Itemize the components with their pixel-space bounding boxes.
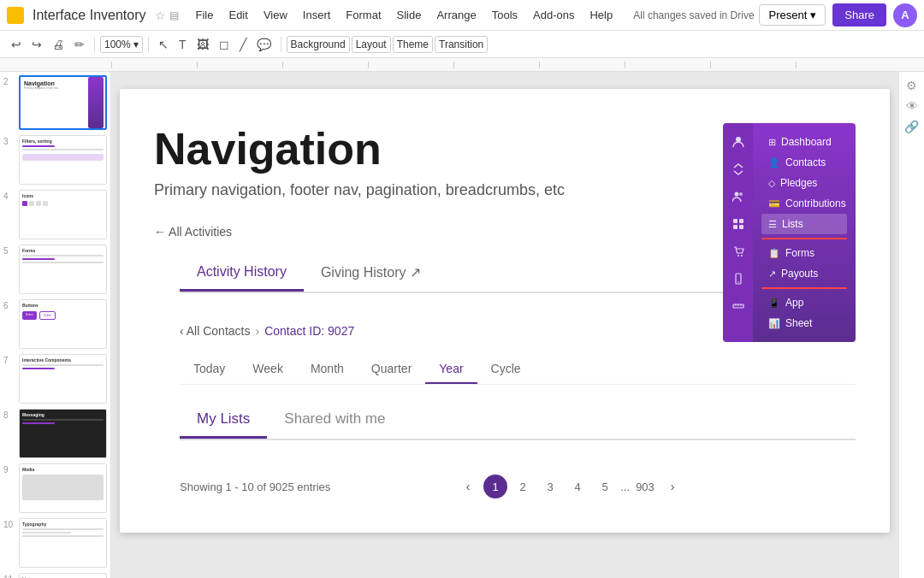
- menu-edit[interactable]: Edit: [222, 5, 254, 25]
- period-tab-cycle[interactable]: Cycle: [477, 355, 535, 384]
- all-contacts-link[interactable]: ‹ All Contacts: [180, 324, 250, 338]
- panel-icon-2[interactable]: 👁: [906, 99, 918, 113]
- back-link[interactable]: ← All Activities: [154, 225, 232, 239]
- menu-link-dashboard[interactable]: ⊞ Dashboard: [761, 132, 847, 152]
- page-btn-last[interactable]: 903: [633, 475, 657, 498]
- tab-giving-history[interactable]: Giving History ↗: [304, 256, 438, 292]
- slide-thumb-9[interactable]: Media: [19, 463, 107, 513]
- sidebar-icon-person[interactable]: [728, 132, 749, 152]
- slide-number-7: 7: [3, 354, 15, 365]
- comment-icon[interactable]: 💬: [252, 35, 275, 54]
- slide-thumb-3[interactable]: Filters, sorting: [19, 135, 107, 185]
- line-icon[interactable]: ╱: [235, 35, 251, 54]
- theme-select[interactable]: Theme: [393, 36, 433, 53]
- menu-link-contributions[interactable]: 💳 Contributions: [761, 193, 847, 214]
- menu-tools[interactable]: Tools: [485, 5, 524, 25]
- period-tab-today[interactable]: Today: [180, 355, 239, 384]
- menu-view[interactable]: View: [257, 5, 294, 25]
- menu-link-lists[interactable]: ☰ Lists: [761, 214, 847, 234]
- menu-link-contacts[interactable]: 👤 Contacts: [761, 152, 847, 173]
- menu-help[interactable]: Help: [583, 5, 619, 25]
- slide-item-9[interactable]: 9 Media: [3, 463, 107, 513]
- sidebar-icon-grid[interactable]: [728, 214, 749, 234]
- page-btn-3[interactable]: 3: [538, 475, 562, 498]
- undo-icon[interactable]: ↩: [7, 35, 26, 54]
- slide-item-5[interactable]: 5 Forms: [3, 245, 107, 294]
- main-layout: 2 Navigation Primary navigation, footer …: [0, 72, 924, 578]
- svg-rect-5: [733, 225, 737, 229]
- slide-thumb-4[interactable]: Icons: [19, 190, 107, 239]
- page-btn-2[interactable]: 2: [511, 475, 535, 498]
- slide-item-10[interactable]: 10 Typography: [3, 518, 107, 568]
- menu-slide[interactable]: Slide: [390, 5, 429, 25]
- tab-activity-history[interactable]: Activity History: [180, 256, 304, 292]
- svg-point-1: [734, 192, 738, 197]
- share-button[interactable]: Share: [832, 3, 886, 27]
- slide-item-7[interactable]: 7 Interactive Components: [3, 354, 107, 404]
- svg-point-7: [737, 255, 739, 257]
- list-tabs: My Lists Shared with me: [180, 402, 856, 440]
- menu-file[interactable]: File: [189, 5, 221, 25]
- paint-icon[interactable]: ✏: [70, 35, 89, 54]
- canvas-area: Navigation Primary navigation, footer na…: [111, 72, 898, 578]
- shape-icon[interactable]: ◻: [215, 35, 234, 54]
- menu-link-sheet[interactable]: 📊 Sheet: [761, 313, 847, 333]
- slide-thumb-10[interactable]: Typography: [19, 518, 107, 568]
- menu-link-forms[interactable]: 📋 Forms: [761, 243, 847, 263]
- redo-icon[interactable]: ↪: [27, 35, 46, 54]
- sidebar-icon-phone[interactable]: [728, 268, 749, 289]
- menu-format[interactable]: Format: [339, 5, 388, 25]
- app-icon: [7, 7, 24, 24]
- slide-item-11[interactable]: 11 Lists: [3, 573, 107, 578]
- period-tab-year[interactable]: Year: [425, 355, 477, 384]
- zoom-select[interactable]: 100% ▾: [100, 36, 143, 53]
- sidebar-icon-arrows[interactable]: [728, 159, 749, 180]
- background-select[interactable]: Background: [287, 36, 350, 53]
- sidebar-icon-ruler[interactable]: [728, 296, 749, 316]
- period-tab-quarter[interactable]: Quarter: [358, 355, 425, 384]
- slide-item-4[interactable]: 4 Icons: [3, 190, 107, 239]
- period-tab-week[interactable]: Week: [239, 355, 297, 384]
- list-tab-my-lists[interactable]: My Lists: [180, 402, 267, 439]
- page-btn-5[interactable]: 5: [593, 475, 617, 498]
- menu-link-payouts[interactable]: ↗ Payouts: [761, 263, 847, 284]
- top-menu-bar: Interface Inventory ☆ ▤ File Edit View I…: [0, 0, 924, 31]
- panel-icon-1[interactable]: ⚙: [906, 79, 917, 92]
- list-tab-shared[interactable]: Shared with me: [267, 402, 402, 439]
- cursor-icon[interactable]: ↖: [154, 35, 173, 54]
- slide-item-6[interactable]: 6 Buttons Button Outline: [3, 299, 107, 349]
- slide-thumb-6[interactable]: Buttons Button Outline: [19, 299, 107, 349]
- slide-item-3[interactable]: 3 Filters, sorting: [3, 135, 107, 185]
- next-page-btn[interactable]: ›: [660, 475, 684, 498]
- menu-addons[interactable]: Add-ons: [526, 5, 581, 25]
- period-tab-month[interactable]: Month: [297, 355, 358, 384]
- page-btn-4[interactable]: 4: [566, 475, 589, 498]
- layout-select[interactable]: Layout: [352, 36, 391, 53]
- slide-item-8[interactable]: 8 Messaging: [3, 409, 107, 458]
- transition-select[interactable]: Transition: [435, 36, 488, 53]
- menu-insert[interactable]: Insert: [296, 5, 338, 25]
- print-icon[interactable]: 🖨: [48, 35, 68, 54]
- panel-icon-3[interactable]: 🔗: [904, 120, 919, 133]
- prev-page-btn[interactable]: ‹: [456, 475, 480, 498]
- sidebar-icon-cart[interactable]: [728, 241, 749, 262]
- drive-icon[interactable]: ▤: [169, 9, 179, 21]
- slide-thumb-7[interactable]: Interactive Components: [19, 354, 107, 404]
- menu-link-app[interactable]: 📱 App: [761, 292, 847, 313]
- present-button[interactable]: Present ▾: [759, 4, 826, 26]
- svg-rect-4: [739, 219, 743, 223]
- page-numbers: ‹ 1 2 3 4 5 ... 903 ›: [456, 475, 684, 498]
- star-icon[interactable]: ☆: [155, 9, 166, 22]
- slide-thumb-5[interactable]: Forms: [19, 245, 107, 294]
- avatar[interactable]: A: [893, 3, 917, 27]
- slide-thumb-11[interactable]: Lists: [19, 573, 107, 578]
- menu-link-pledges[interactable]: ◇ Pledges: [761, 173, 847, 193]
- text-icon[interactable]: T: [175, 35, 191, 54]
- slide-thumb-2[interactable]: Navigation Primary navigation, footer na…: [19, 75, 107, 130]
- slide-item-2[interactable]: 2 Navigation Primary navigation, footer …: [3, 75, 107, 130]
- slide-thumb-8[interactable]: Messaging: [19, 409, 107, 458]
- page-btn-1[interactable]: 1: [483, 475, 507, 498]
- sidebar-icon-group[interactable]: [728, 186, 749, 207]
- menu-arrange[interactable]: Arrange: [429, 5, 483, 25]
- image-icon[interactable]: 🖼: [192, 35, 213, 54]
